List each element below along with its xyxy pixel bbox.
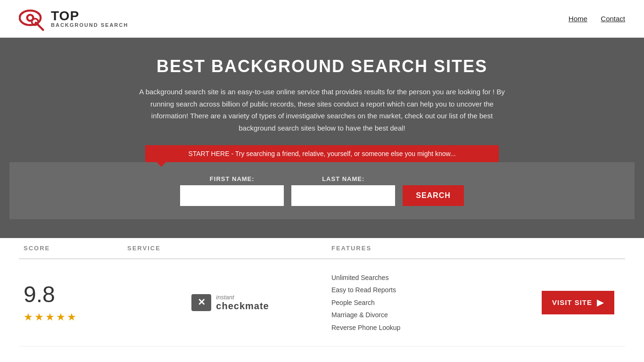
feature-1-5: Reverse Phone Lookup: [331, 322, 536, 333]
visit-button-1[interactable]: VISIT SITE ▶: [542, 291, 614, 314]
hero-description: A background search site is an easy-to-u…: [138, 86, 506, 134]
search-banner: START HERE - Try searching a friend, rel…: [145, 145, 499, 162]
table-header: SCORE SERVICE FEATURES: [19, 238, 625, 259]
table-row: 9.4 ★ ★ ★ ★ ★ People LOOker Accurate and…: [19, 346, 625, 362]
nav-home[interactable]: Home: [569, 15, 587, 23]
nav: Home Contact: [557, 15, 625, 23]
star-2: ★: [34, 311, 44, 323]
last-name-group: LAST NAME:: [291, 175, 395, 206]
logo: TOP BACKGROUND SEARCH: [19, 6, 128, 32]
star-5: ★: [67, 311, 76, 323]
svg-point-2: [28, 16, 33, 20]
search-button[interactable]: SEARCH: [403, 185, 464, 206]
last-name-label: LAST NAME:: [291, 175, 395, 182]
logo-top-text: TOP: [51, 9, 128, 23]
table-row: 9.8 ★ ★ ★ ★ ★ ✕ instant checkmate: [19, 259, 625, 346]
results-section: SCORE SERVICE FEATURES 9.8 ★ ★ ★ ★ ★ ✕: [0, 238, 644, 362]
visit-button-1-label: VISIT SITE: [552, 298, 592, 306]
logo-icon: [19, 6, 47, 32]
feature-1-3: People Search: [331, 297, 536, 308]
feature-1-1: Unlimited Searches: [331, 272, 536, 283]
checkmate-name: checkmate: [216, 301, 269, 311]
checkmate-logo-icon: ✕: [190, 292, 213, 313]
header: TOP BACKGROUND SEARCH Home Contact: [0, 0, 644, 38]
search-banner-text: START HERE - Try searching a friend, rel…: [188, 150, 455, 157]
first-name-group: FIRST NAME:: [180, 175, 284, 206]
visit-arrow-1: ▶: [597, 297, 604, 308]
score-cell-1: 9.8 ★ ★ ★ ★ ★: [24, 281, 127, 323]
score-number-2: 9.4: [24, 360, 55, 362]
header-service: SERVICE: [127, 245, 331, 252]
feature-1-2: Easy to Read Reports: [331, 285, 536, 295]
star-3: ★: [45, 311, 55, 323]
page-title: BEST BACKGROUND SEARCH SITES: [9, 57, 635, 76]
checkmate-logo: ✕ instant checkmate: [190, 292, 269, 313]
first-name-input[interactable]: [180, 185, 284, 206]
first-name-label: FIRST NAME:: [180, 175, 284, 182]
score-number-1: 9.8: [24, 281, 55, 307]
search-form-area: FIRST NAME: LAST NAME: SEARCH: [9, 162, 635, 219]
visit-cell-1: VISIT SITE ▶: [536, 291, 620, 314]
feature-1-4: Marriage & Divorce: [331, 310, 536, 320]
service-cell-1: ✕ instant checkmate: [127, 292, 331, 313]
last-name-input[interactable]: [291, 185, 395, 206]
checkmate-text: instant checkmate: [216, 294, 269, 311]
score-cell-2: 9.4 ★ ★ ★ ★ ★: [24, 360, 127, 362]
logo-sub-text: BACKGROUND SEARCH: [51, 23, 128, 28]
nav-contact[interactable]: Contact: [601, 15, 625, 23]
search-form: FIRST NAME: LAST NAME: SEARCH: [19, 175, 625, 206]
features-cell-1: Unlimited Searches Easy to Read Reports …: [331, 272, 536, 333]
header-score: SCORE: [24, 245, 127, 252]
star-4: ★: [56, 311, 66, 323]
checkmate-instant: instant: [216, 294, 269, 301]
star-1: ★: [24, 311, 33, 323]
logo-text: TOP BACKGROUND SEARCH: [51, 9, 128, 28]
header-action: [536, 245, 620, 252]
hero-section: BEST BACKGROUND SEARCH SITES A backgroun…: [0, 38, 644, 238]
stars-1: ★ ★ ★ ★ ★: [24, 311, 76, 323]
svg-text:✕: ✕: [198, 297, 206, 307]
header-features: FEATURES: [331, 245, 536, 252]
